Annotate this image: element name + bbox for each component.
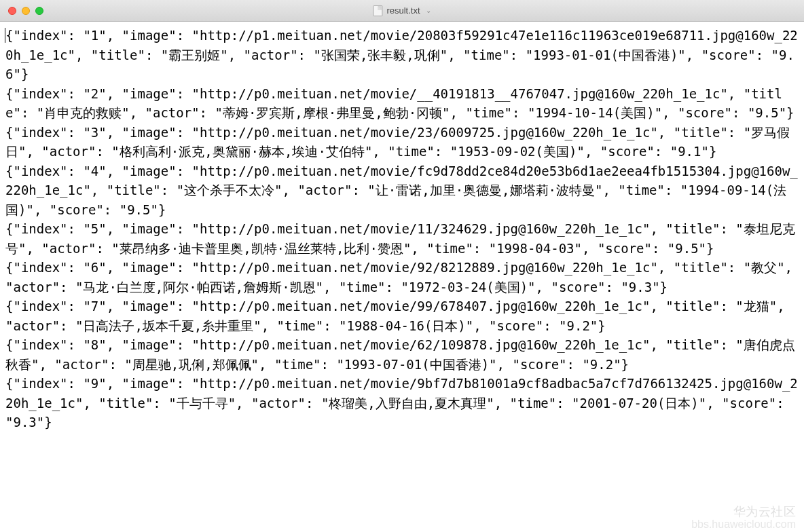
file-body-text: {"index": "1", "image": "http://p1.meitu… [5,28,800,430]
minimize-window-button[interactable] [22,7,30,15]
close-window-button[interactable] [8,7,16,15]
text-editor-window: result.txt ⌄ {"index": "1", "image": "ht… [0,0,804,532]
chevron-down-icon[interactable]: ⌄ [426,7,431,14]
watermark-text: 华为云社区 [733,504,797,520]
document-icon [373,5,382,16]
window-title-area[interactable]: result.txt ⌄ [373,5,431,16]
window-titlebar[interactable]: result.txt ⌄ [0,0,804,22]
watermark-url: bbs.huaweicloud.com [691,518,796,531]
zoom-window-button[interactable] [35,7,43,15]
window-title-text: result.txt [386,5,420,16]
traffic-lights [8,7,43,15]
text-content-area[interactable]: {"index": "1", "image": "http://p1.meitu… [0,22,804,532]
